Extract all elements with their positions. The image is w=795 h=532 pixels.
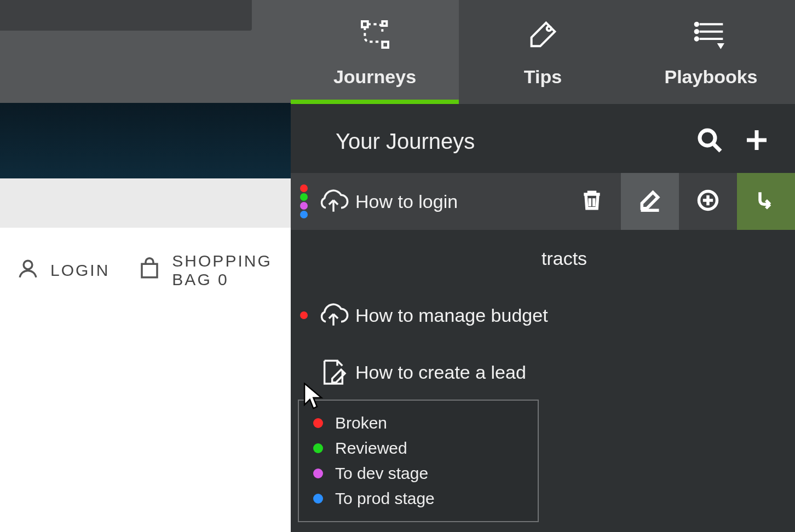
journey-row[interactable]: How to manage budget — [291, 287, 795, 344]
status-dot-broken-icon — [300, 311, 308, 319]
status-dots[interactable] — [296, 184, 312, 218]
plus-icon — [744, 127, 770, 155]
status-dots[interactable] — [296, 311, 312, 319]
tab-label: Playbooks — [664, 66, 757, 88]
journey-row[interactable]: How to login — [291, 173, 795, 230]
underlying-toolbar — [0, 0, 291, 103]
status-dot-reviewed-icon — [300, 193, 308, 201]
svg-point-11 — [700, 130, 715, 146]
move-down-button[interactable] — [737, 173, 795, 230]
status-legend-item[interactable]: Reviewed — [313, 436, 523, 461]
edit-doc-icon — [312, 357, 355, 388]
section-title: Your Journeys — [336, 129, 694, 154]
status-legend-item[interactable]: To dev stage — [313, 461, 523, 486]
status-dot-dev-icon — [313, 469, 323, 478]
journey-row[interactable]: tracts — [291, 230, 795, 287]
svg-point-4 — [546, 26, 551, 31]
svg-point-8 — [695, 22, 698, 25]
svg-rect-1 — [362, 21, 368, 27]
playbooks-icon — [694, 17, 729, 56]
svg-line-12 — [714, 144, 721, 151]
journeys-list: How to login tracts — [291, 173, 795, 532]
search-icon — [696, 127, 723, 155]
status-dot-broken-icon — [313, 418, 323, 428]
shopping-bag-link[interactable]: SHOPPING BAG 0 — [138, 252, 291, 289]
underlying-app: LOGIN SHOPPING BAG 0 — [0, 0, 291, 532]
user-icon — [16, 257, 39, 284]
add-journey-button[interactable] — [741, 126, 772, 157]
shopping-bag-label: SHOPPING BAG 0 — [172, 252, 291, 289]
underlying-search-bar — [0, 0, 252, 31]
tab-bar: Journeys Tips Playbooks — [291, 0, 795, 104]
login-link[interactable]: LOGIN — [16, 257, 110, 284]
status-dot-prod-icon — [313, 494, 323, 504]
tips-icon — [526, 17, 561, 56]
section-header: Your Journeys — [291, 104, 795, 173]
delete-button[interactable] — [563, 173, 621, 230]
bag-icon — [138, 257, 161, 284]
tab-playbooks[interactable]: Playbooks — [627, 0, 795, 104]
svg-rect-3 — [382, 21, 387, 26]
cloud-upload-icon — [312, 300, 355, 331]
side-panel: Journeys Tips Playbooks Your Journeys — [291, 0, 795, 532]
journeys-icon — [358, 17, 393, 56]
journey-title: How to create a lead — [355, 362, 795, 383]
status-dot-broken-icon — [300, 184, 308, 192]
status-dot-reviewed-icon — [313, 443, 323, 453]
journey-title: How to manage budget — [355, 305, 795, 326]
underlying-hero — [0, 103, 291, 178]
search-button[interactable] — [694, 126, 725, 157]
journey-row[interactable]: How to create a lead — [291, 344, 795, 401]
trash-icon — [580, 188, 604, 215]
status-legend-label: Reviewed — [335, 439, 407, 458]
tab-tips[interactable]: Tips — [459, 0, 627, 104]
underlying-band — [0, 178, 291, 228]
status-legend-item[interactable]: Broken — [313, 410, 523, 436]
status-legend-popup: Broken Reviewed To dev stage To prod sta… — [298, 400, 539, 522]
cloud-upload-icon — [312, 186, 355, 217]
tab-label: Journeys — [333, 66, 416, 88]
arrow-down-icon — [754, 188, 778, 215]
row-actions — [563, 173, 795, 230]
circle-plus-icon — [696, 188, 720, 215]
tab-label: Tips — [524, 66, 562, 88]
status-legend-label: Broken — [335, 414, 387, 432]
add-step-button[interactable] — [679, 173, 737, 230]
svg-point-0 — [24, 261, 32, 269]
status-dot-dev-icon — [300, 202, 308, 210]
svg-rect-2 — [382, 42, 388, 48]
edit-button[interactable] — [621, 173, 679, 230]
journey-title: tracts — [355, 248, 795, 269]
status-dot-prod-icon — [300, 211, 308, 218]
pencil-icon — [638, 188, 662, 215]
svg-point-10 — [695, 37, 698, 40]
login-label: LOGIN — [50, 261, 110, 280]
status-legend-item[interactable]: To prod stage — [313, 486, 523, 511]
status-legend-label: To prod stage — [335, 489, 435, 508]
svg-point-9 — [695, 30, 698, 33]
tab-journeys[interactable]: Journeys — [291, 0, 459, 104]
status-legend-label: To dev stage — [335, 464, 428, 483]
